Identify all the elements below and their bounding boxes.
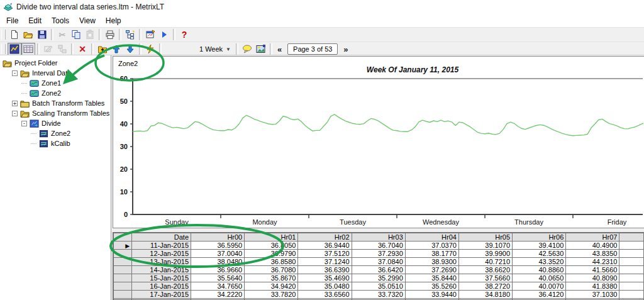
value-cell[interactable]: 37.1240 [298, 258, 352, 266]
value-cell[interactable]: 33.7320 [352, 291, 405, 299]
value-cell[interactable]: 36.8050 [245, 242, 298, 250]
grid-column-header-hr06[interactable]: Hr06 [513, 233, 566, 242]
value-cell[interactable]: 37.0840 [352, 258, 405, 266]
value-cell[interactable]: 34.8180 [458, 291, 512, 299]
value-cell[interactable]: 39.9900 [458, 250, 512, 258]
date-cell[interactable]: 13-Jan-2015 [132, 258, 191, 266]
report-window-button[interactable] [143, 28, 157, 41]
tree-item-scaling-transform-tables[interactable]: -Scaling Transform Tables [0, 108, 111, 118]
value-cell[interactable]: 37.0040 [191, 250, 245, 258]
value-cell[interactable]: 36.6420 [352, 266, 405, 274]
value-cell[interactable]: 35.8670 [245, 274, 298, 282]
grid-column-header-hr05[interactable]: Hr05 [458, 233, 512, 242]
edit-series-button[interactable] [42, 43, 55, 55]
value-cell[interactable]: 36.9440 [298, 242, 352, 250]
value-cell[interactable]: 38.1770 [405, 250, 458, 258]
value-cell[interactable]: 35.4690 [298, 274, 352, 282]
menu-item-edit[interactable]: Edit [23, 15, 47, 26]
tree-view-button[interactable] [123, 28, 137, 41]
grid-column-header-hr04[interactable]: Hr04 [405, 233, 458, 242]
expand-icon[interactable]: + [12, 101, 18, 106]
grid-column-header-hr02[interactable]: Hr02 [298, 233, 352, 242]
row-selector-cell[interactable] [114, 274, 132, 282]
date-cell[interactable]: 17-Jan-2015 [132, 291, 191, 299]
value-cell[interactable]: 36.7040 [352, 242, 405, 250]
paste-button[interactable] [83, 28, 97, 41]
value-cell[interactable]: 38.6620 [458, 266, 512, 274]
value-cell[interactable]: 35.2990 [352, 274, 405, 282]
tree-item-zone2[interactable]: Zone2 [0, 128, 111, 138]
date-cell[interactable]: 12-Jan-2015 [132, 250, 191, 258]
value-cell[interactable]: 33.9440 [405, 291, 458, 299]
value-cell[interactable]: 37.2690 [405, 266, 458, 274]
value-cell[interactable]: 44.2310 [566, 258, 619, 266]
toolbar-grip-2[interactable] [1, 44, 6, 54]
value-cell[interactable]: 36.5950 [191, 242, 245, 250]
value-cell[interactable]: 40.0070 [513, 282, 566, 291]
comment-button[interactable] [240, 43, 254, 55]
tree-item-divide[interactable]: -Divide [0, 118, 111, 128]
value-cell[interactable]: 43.8350 [566, 250, 619, 258]
row-selector-cell[interactable] [114, 291, 132, 299]
open-file-button[interactable] [21, 28, 35, 41]
value-cell[interactable]: 37.5660 [458, 274, 512, 282]
grid-column-header-hr03[interactable]: Hr03 [352, 233, 405, 242]
value-cell[interactable]: 35.0480 [298, 282, 352, 291]
value-cell[interactable]: 37.2930 [352, 250, 405, 258]
toolbar-grip[interactable] [1, 30, 6, 40]
tree-item-interval-data[interactable]: -Interval Data [0, 68, 111, 78]
up-one-level-button[interactable] [96, 43, 109, 55]
grid-column-header-hr01[interactable]: Hr01 [245, 233, 298, 242]
value-cell[interactable]: 41.5660 [566, 266, 619, 274]
date-cell[interactable]: 11-Jan-2015 [132, 242, 191, 250]
date-cell[interactable]: 14-Jan-2015 [132, 266, 191, 274]
move-up-button[interactable] [109, 43, 123, 55]
value-cell[interactable]: 37.5120 [298, 250, 352, 258]
value-cell[interactable]: 38.2720 [458, 282, 512, 291]
row-selector-cell[interactable] [114, 250, 132, 258]
value-cell[interactable]: 36.4120 [513, 291, 566, 299]
merge-series-button[interactable] [55, 43, 69, 55]
value-cell[interactable]: 34.7650 [191, 282, 245, 291]
prev-page-button[interactable]: « [274, 44, 285, 55]
delete-button[interactable]: ✕ [75, 43, 89, 55]
tree-item-batch-transform-tables[interactable]: +Batch Transform Tables [0, 98, 111, 108]
value-cell[interactable]: 41.8380 [566, 282, 619, 291]
value-cell[interactable]: 35.0510 [352, 282, 405, 291]
value-cell[interactable]: 33.7820 [245, 291, 298, 299]
value-cell[interactable]: 42.5630 [513, 250, 566, 258]
copy-button[interactable] [69, 28, 83, 41]
tree-item-project-folder[interactable]: Project Folder [0, 58, 111, 68]
value-cell[interactable]: 36.6390 [298, 266, 352, 274]
date-cell[interactable]: 15-Jan-2015 [132, 274, 191, 282]
row-selector-cell[interactable] [114, 266, 132, 274]
chart-view-button[interactable] [8, 43, 21, 55]
value-cell[interactable]: 39.4100 [513, 242, 566, 250]
save-button[interactable] [35, 28, 49, 41]
value-cell[interactable]: 36.7080 [245, 266, 298, 274]
grid-corner-cell[interactable] [114, 233, 132, 242]
grid-column-header-hr00[interactable]: Hr00 [191, 233, 245, 242]
value-cell[interactable]: 38.0480 [191, 258, 245, 266]
value-cell[interactable]: 40.8090 [566, 274, 619, 282]
row-selector-cell[interactable] [114, 282, 132, 291]
collapse-icon[interactable]: - [12, 70, 18, 76]
value-cell[interactable]: 36.9790 [245, 250, 298, 258]
tree-item-kcalib[interactable]: kCalib [0, 138, 111, 148]
value-cell[interactable]: 37.0370 [405, 242, 458, 250]
menu-item-view[interactable]: View [74, 15, 101, 26]
row-selector-cell[interactable] [114, 258, 132, 266]
value-cell[interactable]: 34.9420 [245, 282, 298, 291]
value-cell[interactable]: 34.2220 [191, 291, 245, 299]
value-cell[interactable]: 36.9660 [191, 266, 245, 274]
collapse-icon[interactable]: - [21, 121, 27, 126]
run-transform-button[interactable] [143, 43, 157, 55]
value-cell[interactable]: 35.5260 [405, 282, 458, 291]
grid-column-header-date[interactable]: Date [132, 233, 191, 242]
row-selector-cell[interactable]: ▶ [114, 242, 132, 250]
menu-item-help[interactable]: Help [101, 15, 126, 26]
value-cell[interactable]: 35.8440 [405, 274, 458, 282]
value-cell[interactable]: 37.1030 [566, 291, 619, 299]
page-indicator[interactable]: Page 3 of 53 [287, 43, 338, 55]
grid-view-button[interactable] [21, 43, 35, 55]
